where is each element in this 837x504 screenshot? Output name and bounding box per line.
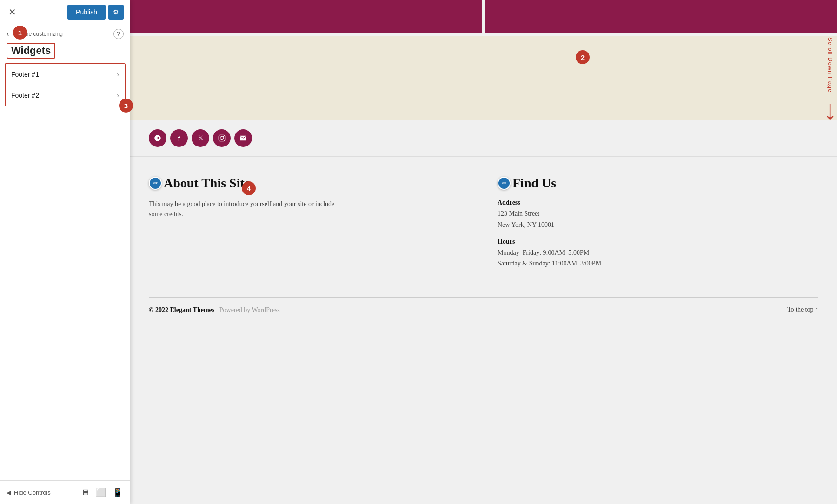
widgets-area: ✏ About This Site This may be a good pla… bbox=[130, 157, 837, 279]
banner-block-left bbox=[130, 0, 482, 33]
help-button[interactable]: ? bbox=[113, 29, 124, 39]
scroll-down-arrow-icon: ↓ bbox=[823, 96, 837, 124]
hide-controls-button[interactable]: ◀ Hide Controls bbox=[7, 489, 51, 496]
address-section: Address 123 Main Street New York, NY 100… bbox=[498, 199, 818, 269]
footer-1-item[interactable]: Footer #1 › bbox=[6, 64, 125, 85]
scroll-down-annotation: Scroll Down Page ↓ bbox=[823, 37, 837, 124]
settings-button[interactable]: ⚙ bbox=[108, 5, 124, 20]
hide-controls-icon: ◀ bbox=[7, 489, 11, 496]
banner-area bbox=[130, 0, 837, 36]
tablet-view-button[interactable]: ⬜ bbox=[95, 486, 107, 498]
publish-button[interactable]: Publish bbox=[67, 5, 106, 20]
main-content: 2 Scroll Down Page ↓ f 𝕏 4 bbox=[130, 0, 837, 504]
scroll-down-text: Scroll Down Page bbox=[827, 37, 834, 93]
findus-widget-title: Find Us bbox=[512, 176, 556, 191]
footer-2-label: Footer #2 bbox=[11, 92, 39, 99]
twitter-icon[interactable]: 𝕏 bbox=[192, 129, 209, 147]
hide-controls-label: Hide Controls bbox=[14, 489, 51, 496]
close-button[interactable]: ✕ bbox=[7, 5, 18, 20]
sidebar-header: ✕ Publish ⚙ bbox=[0, 0, 130, 24]
about-widget: ✏ About This Site This may be a good pla… bbox=[149, 176, 470, 269]
widgets-title-row: Widgets bbox=[0, 42, 130, 63]
svg-rect-0 bbox=[219, 135, 225, 141]
copyright-text: © 2022 Elegant Themes bbox=[149, 306, 216, 313]
footer-2-item[interactable]: Footer #2 › bbox=[6, 85, 125, 106]
address-line1: 123 Main Street bbox=[498, 208, 818, 219]
to-top-link[interactable]: To the top ↑ bbox=[787, 306, 818, 313]
annotation-2: 2 bbox=[576, 50, 590, 64]
cream-section bbox=[130, 36, 837, 120]
annotation-4: 4 bbox=[242, 181, 256, 195]
copyright-area: © 2022 Elegant Themes Powered by WordPre… bbox=[149, 305, 280, 314]
sidebar: 1 ✕ Publish ⚙ ‹ You are customizing ? Wi… bbox=[0, 0, 130, 504]
yelp-icon[interactable] bbox=[149, 129, 166, 147]
bottom-bar: © 2022 Elegant Themes Powered by WordPre… bbox=[130, 298, 837, 321]
publish-area: Publish ⚙ bbox=[67, 5, 124, 20]
annotation-1: 1 bbox=[13, 26, 27, 40]
about-widget-header: ✏ About This Site bbox=[149, 176, 470, 191]
facebook-icon[interactable]: f bbox=[170, 129, 188, 147]
powered-text: Powered by WordPress bbox=[216, 306, 280, 313]
svg-point-1 bbox=[220, 137, 224, 140]
social-section: f 𝕏 bbox=[130, 120, 837, 157]
copyright-bold: © 2022 Elegant Themes bbox=[149, 306, 214, 313]
hours-label: Hours bbox=[498, 238, 818, 245]
about-widget-text: This may be a good place to introduce yo… bbox=[149, 199, 335, 220]
svg-point-2 bbox=[223, 136, 224, 137]
banner-block-right bbox=[485, 0, 837, 33]
findus-widget-header: ✏ Find Us bbox=[498, 176, 818, 191]
widgets-title: Widgets bbox=[7, 43, 55, 59]
desktop-view-button[interactable]: 🖥 bbox=[80, 486, 90, 498]
address-label: Address bbox=[498, 199, 818, 206]
email-icon[interactable] bbox=[234, 129, 252, 147]
back-button[interactable]: ‹ bbox=[7, 30, 9, 38]
about-widget-title: About This Site bbox=[164, 176, 250, 191]
address-line2: New York, NY 10001 bbox=[498, 219, 818, 231]
chevron-right-icon-2: › bbox=[117, 92, 119, 99]
hours-line1: Monday–Friday: 9:00AM–5:00PM bbox=[498, 247, 818, 259]
about-edit-icon[interactable]: ✏ bbox=[149, 177, 162, 190]
chevron-right-icon: › bbox=[117, 71, 119, 78]
sidebar-bottom-bar: ◀ Hide Controls 🖥 ⬜ 📱 bbox=[0, 480, 130, 504]
device-buttons: 🖥 ⬜ 📱 bbox=[80, 486, 124, 498]
findus-widget: ✏ Find Us Address 123 Main Street New Yo… bbox=[498, 176, 818, 269]
mobile-view-button[interactable]: 📱 bbox=[112, 486, 124, 498]
instagram-icon[interactable] bbox=[213, 129, 231, 147]
annotation-3: 3 bbox=[119, 99, 133, 113]
findus-edit-icon[interactable]: ✏ bbox=[498, 177, 511, 190]
footer-list: Footer #1 › Footer #2 › bbox=[5, 63, 126, 106]
footer-1-label: Footer #1 bbox=[11, 71, 39, 78]
hours-line2: Saturday & Sunday: 11:00AM–3:00PM bbox=[498, 258, 818, 269]
